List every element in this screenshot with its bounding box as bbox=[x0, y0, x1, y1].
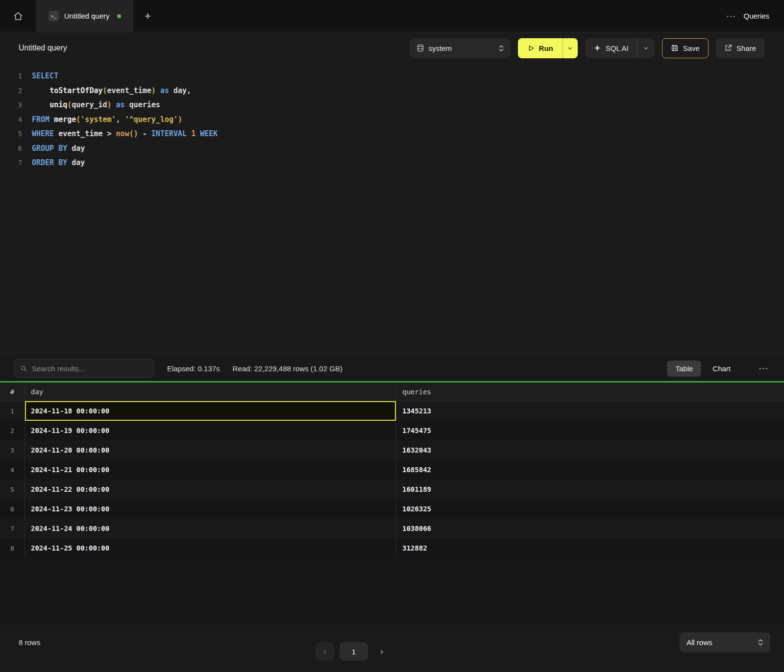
cell-day[interactable]: 2024-11-24 00:00:00 bbox=[24, 519, 396, 538]
results-table-body: 12024-11-18 00:00:00134521322024-11-19 0… bbox=[0, 401, 784, 558]
code-text: uniq(query_id) as queries bbox=[32, 98, 160, 113]
home-button[interactable] bbox=[0, 0, 37, 32]
cell-day[interactable]: 2024-11-19 00:00:00 bbox=[24, 421, 396, 440]
line-number: 3 bbox=[0, 98, 22, 113]
database-icon bbox=[416, 44, 424, 52]
search-results-input[interactable] bbox=[32, 364, 148, 373]
code-text: WHERE event_time > now() - INTERVAL 1 WE… bbox=[32, 127, 218, 142]
cell-queries[interactable]: 1745475 bbox=[396, 421, 784, 440]
cell-day[interactable]: 2024-11-18 00:00:00 bbox=[24, 401, 396, 421]
run-button-label: Run bbox=[539, 44, 553, 52]
row-index: 7 bbox=[0, 519, 24, 538]
table-row: 82024-11-25 00:00:00312882 bbox=[0, 538, 784, 558]
unsaved-indicator-dot bbox=[117, 14, 121, 18]
row-index: 3 bbox=[0, 440, 24, 460]
sql-editor[interactable]: 1SELECT2 toStartOfDay(event_time) as day… bbox=[0, 64, 784, 356]
code-text: SELECT bbox=[32, 69, 58, 84]
code-text: toStartOfDay(event_time) as day, bbox=[32, 84, 191, 98]
database-selector-value: system bbox=[429, 44, 452, 52]
save-button-label: Save bbox=[683, 44, 700, 52]
share-button-label: Share bbox=[736, 44, 756, 52]
sparkle-icon bbox=[593, 44, 601, 52]
home-icon bbox=[13, 11, 23, 21]
cell-queries[interactable]: 312882 bbox=[396, 538, 784, 558]
current-page-button[interactable]: 1 bbox=[340, 642, 368, 661]
next-page-button[interactable]: › bbox=[373, 642, 390, 661]
updown-chevrons-icon bbox=[758, 638, 763, 647]
cell-queries[interactable]: 1685842 bbox=[396, 460, 784, 480]
table-row: 62024-11-23 00:00:001026325 bbox=[0, 499, 784, 519]
code-line: 7ORDER BY day bbox=[0, 156, 784, 170]
column-header-day[interactable]: day bbox=[24, 383, 396, 401]
query-title: Untitled query bbox=[19, 44, 67, 52]
view-toggle: Table Chart bbox=[667, 360, 739, 377]
cell-day[interactable]: 2024-11-21 00:00:00 bbox=[24, 460, 396, 480]
code-line: 3 uniq(query_id) as queries bbox=[0, 98, 784, 113]
sql-ai-button[interactable]: SQL AI bbox=[585, 38, 637, 58]
database-selector[interactable]: system bbox=[410, 38, 511, 58]
run-options-button[interactable] bbox=[563, 38, 578, 58]
line-number: 7 bbox=[0, 156, 22, 170]
share-button[interactable]: Share bbox=[716, 38, 764, 58]
results-toolbar: Elapsed: 0.137s Read: 22,229,488 rows (1… bbox=[0, 356, 784, 381]
tab-bar-right: ⋯ Queries bbox=[726, 0, 784, 32]
chart-view-button[interactable]: Chart bbox=[704, 360, 739, 377]
line-number: 6 bbox=[0, 142, 22, 156]
sql-ai-options-button[interactable] bbox=[637, 38, 655, 58]
share-icon bbox=[724, 44, 732, 52]
cell-queries[interactable]: 1038066 bbox=[396, 519, 784, 538]
updown-chevrons-icon bbox=[498, 44, 504, 52]
code-lines: 1SELECT2 toStartOfDay(event_time) as day… bbox=[0, 69, 784, 170]
previous-page-button[interactable]: ‹ bbox=[316, 642, 334, 661]
more-menu-icon[interactable]: ⋯ bbox=[726, 11, 735, 21]
results-table-header: # day queries bbox=[0, 383, 784, 401]
table-row: 32024-11-20 00:00:001632043 bbox=[0, 440, 784, 460]
cell-queries[interactable]: 1345213 bbox=[396, 401, 784, 421]
read-stat: Read: 22,229,488 rows (1.02 GB) bbox=[233, 364, 343, 373]
cell-day[interactable]: 2024-11-23 00:00:00 bbox=[24, 499, 396, 519]
code-line: 1SELECT bbox=[0, 69, 784, 84]
row-index: 2 bbox=[0, 421, 24, 440]
column-header-queries[interactable]: queries bbox=[396, 383, 784, 401]
row-index: 1 bbox=[0, 401, 24, 421]
code-line: 2 toStartOfDay(event_time) as day, bbox=[0, 84, 784, 98]
chevron-down-icon bbox=[567, 46, 573, 51]
results-footer: 8 rows ‹ 1 › All rows bbox=[0, 625, 784, 672]
queries-link[interactable]: Queries bbox=[743, 12, 769, 20]
sql-console-app: >_ Untitled query + ⋯ Queries Untitled q… bbox=[0, 0, 784, 672]
tab-title: Untitled query bbox=[64, 12, 110, 20]
run-button-group: Run bbox=[518, 38, 578, 58]
results-more-menu-icon[interactable]: ⋯ bbox=[752, 363, 773, 373]
tab-untitled-query[interactable]: >_ Untitled query bbox=[37, 0, 133, 32]
cell-queries[interactable]: 1026325 bbox=[396, 499, 784, 519]
table-row: 22024-11-19 00:00:001745475 bbox=[0, 421, 784, 440]
run-button[interactable]: Run bbox=[518, 38, 563, 58]
cell-day[interactable]: 2024-11-20 00:00:00 bbox=[24, 440, 396, 460]
table-view-button[interactable]: Table bbox=[667, 360, 701, 377]
page-size-value: All rows bbox=[686, 638, 712, 647]
save-button[interactable]: Save bbox=[662, 38, 709, 58]
cell-day[interactable]: 2024-11-22 00:00:00 bbox=[24, 480, 396, 499]
play-icon bbox=[527, 45, 535, 52]
results-table: # day queries 12024-11-18 00:00:00134521… bbox=[0, 383, 784, 625]
row-index: 8 bbox=[0, 538, 24, 558]
line-number: 1 bbox=[0, 69, 22, 84]
cell-queries[interactable]: 1632043 bbox=[396, 440, 784, 460]
code-text: GROUP BY day bbox=[32, 142, 85, 156]
row-index: 4 bbox=[0, 460, 24, 480]
row-index: 6 bbox=[0, 499, 24, 519]
page-size-selector[interactable]: All rows bbox=[680, 632, 770, 652]
elapsed-stat: Elapsed: 0.137s bbox=[167, 364, 220, 373]
save-icon bbox=[671, 44, 679, 52]
line-number: 4 bbox=[0, 113, 22, 127]
code-text: ORDER BY day bbox=[32, 156, 85, 170]
code-line: 5WHERE event_time > now() - INTERVAL 1 W… bbox=[0, 127, 784, 142]
table-row: 12024-11-18 00:00:001345213 bbox=[0, 401, 784, 421]
cell-queries[interactable]: 1601189 bbox=[396, 480, 784, 499]
new-tab-button[interactable]: + bbox=[133, 0, 163, 32]
line-number: 5 bbox=[0, 127, 22, 142]
code-text: FROM merge('system', '^query_log') bbox=[32, 113, 182, 127]
cell-day[interactable]: 2024-11-25 00:00:00 bbox=[24, 538, 396, 558]
sql-ai-label: SQL AI bbox=[606, 44, 629, 52]
terminal-icon: >_ bbox=[49, 11, 59, 21]
